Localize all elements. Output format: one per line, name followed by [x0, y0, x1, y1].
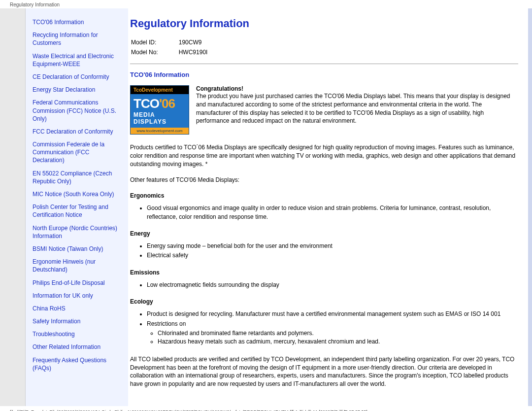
sidebar-link-mic[interactable]: MIC Notice (South Korea Only) — [33, 190, 121, 198]
ecology-item-1: Product is designed for recycling. Manuf… — [147, 310, 518, 318]
para-certified: Products certified to TCO´06 Media Displ… — [130, 143, 518, 168]
model-id-value: 190CW9 — [179, 38, 228, 47]
badge-mid-pre: TCO — [133, 96, 159, 111]
window-title: Regulatory Information — [0, 0, 532, 8]
emissions-heading: Emissions — [130, 269, 518, 276]
sidebar-link-uk[interactable]: Information for UK only — [33, 292, 121, 300]
sidebar-link-troubleshooting[interactable]: Troubleshooting — [33, 330, 121, 338]
para-other-features: Other features of TCO'06 Media Displays: — [130, 176, 518, 184]
emissions-item: Low electromagnetic fields surrounding t… — [147, 281, 518, 289]
energy-item-2: Electrical safety — [147, 251, 518, 260]
energy-item-1: Energy saving mode – beneficial both for… — [147, 242, 518, 250]
sidebar-link-ergonomie[interactable]: Ergonomie Hinweis (nur Deutschland) — [33, 258, 121, 274]
sidebar-link-fcc-declaration[interactable]: FCC Declaration of Conformity — [33, 128, 121, 136]
sidebar-link-endoflife[interactable]: Philips End-of-Life Disposal — [33, 279, 121, 287]
left-margin-strip — [0, 8, 26, 406]
ecology-item-2-label: Restrictions on — [147, 320, 186, 327]
emissions-list: Low electromagnetic fields surrounding t… — [147, 281, 518, 289]
ergonomics-heading: Ergonomics — [130, 192, 518, 199]
tco-block: TcoDevelopment TCO'06 MEDIA DISPLAYS www… — [130, 85, 518, 135]
model-table: Model ID: 190CW9 Model No: HWC9190I — [130, 37, 228, 58]
page-title: Regulatory Information — [130, 17, 518, 30]
energy-list: Energy saving mode – beneficial both for… — [147, 242, 518, 260]
sidebar-nav: TCO'06 Information Recycling Information… — [26, 8, 128, 406]
congrats-body: The product you have just purchased carr… — [196, 92, 518, 125]
congrats-heading: Congratulations! — [196, 85, 243, 92]
ergonomics-item: Good visual ergonomics and image quality… — [147, 204, 518, 221]
sidebar-link-chinarohs[interactable]: China RoHS — [33, 305, 121, 312]
sidebar-link-polish[interactable]: Polish Center for Testing and Certificat… — [33, 203, 121, 219]
sidebar-link-bsmi[interactable]: BSMI Notice (Taiwan Only) — [33, 245, 121, 253]
sidebar-link-faqs[interactable]: Frequently Asked Questions (FAQs) — [33, 356, 121, 372]
sidebar-link-other[interactable]: Other Related Information — [33, 343, 121, 351]
divider — [130, 64, 518, 64]
sidebar-link-fcc-federale[interactable]: Commission Federale de la Communication … — [33, 140, 121, 165]
model-id-label: Model ID: — [131, 38, 178, 47]
sidebar-link-nordic[interactable]: North Europe (Nordic Countries) Informat… — [33, 224, 121, 240]
badge-sub: MEDIA DISPLAYS — [131, 111, 189, 127]
badge-mid: TCO'06 — [131, 94, 189, 111]
sidebar-link-safety[interactable]: Safety Information — [33, 317, 121, 325]
sidebar-link-ce[interactable]: CE Declaration of Conformity — [33, 73, 121, 81]
main-content: Regulatory Information Model ID: 190CW9 … — [128, 8, 528, 406]
tco-badge-icon: TcoDevelopment TCO'06 MEDIA DISPLAYS www… — [130, 85, 189, 135]
ecology-heading: Ecology — [130, 298, 518, 305]
ecology-item-2: Restrictions on Chlorinated and brominat… — [147, 320, 518, 346]
sidebar-link-fcc-notice[interactable]: Federal Communications Commission (FCC) … — [33, 99, 121, 123]
sidebar-link-recycling[interactable]: Recycling Information for Customers — [33, 31, 121, 47]
model-no-label: Model No: — [131, 48, 178, 57]
page-layout: TCO'06 Information Recycling Information… — [0, 8, 532, 406]
sidebar-link-tco06[interactable]: TCO'06 Information — [33, 18, 121, 26]
sidebar-link-weee[interactable]: Waste Electrical and Electronic Equipmen… — [33, 52, 121, 68]
main-wrap: TCO'06 Information Recycling Information… — [26, 8, 532, 406]
badge-top: TcoDevelopment — [131, 86, 189, 94]
ergonomics-list: Good visual ergonomics and image quality… — [147, 204, 518, 221]
sidebar-link-energystar[interactable]: Energy Star Declaration — [33, 86, 121, 94]
tco06-section-title: TCO'06 Information — [130, 71, 518, 78]
ecology-sub-2: Hazardous heavy metals such as cadmium, … — [158, 338, 518, 346]
sidebar-link-en55022[interactable]: EN 55022 Compliance (Czech Republic Only… — [33, 170, 121, 185]
congrats-text: Congratulations! The product you have ju… — [196, 85, 518, 135]
badge-mid-orange: '06 — [159, 96, 175, 111]
energy-heading: Energy — [130, 230, 518, 237]
ecology-sublist: Chlorinated and brominated flame retarda… — [158, 329, 518, 346]
ecology-list: Product is designed for recycling. Manuf… — [147, 310, 518, 346]
footer-filepath: file:///P|/P_TranslateFile/C9/2008/6/C90… — [0, 406, 532, 411]
para-tco-development: All TCO labelled products are verified a… — [130, 355, 518, 388]
ecology-sub-1: Chlorinated and brominated flame retarda… — [158, 329, 518, 338]
badge-url: www.tcodevelopment.com — [131, 128, 189, 134]
model-no-value: HWC9190I — [179, 48, 228, 57]
